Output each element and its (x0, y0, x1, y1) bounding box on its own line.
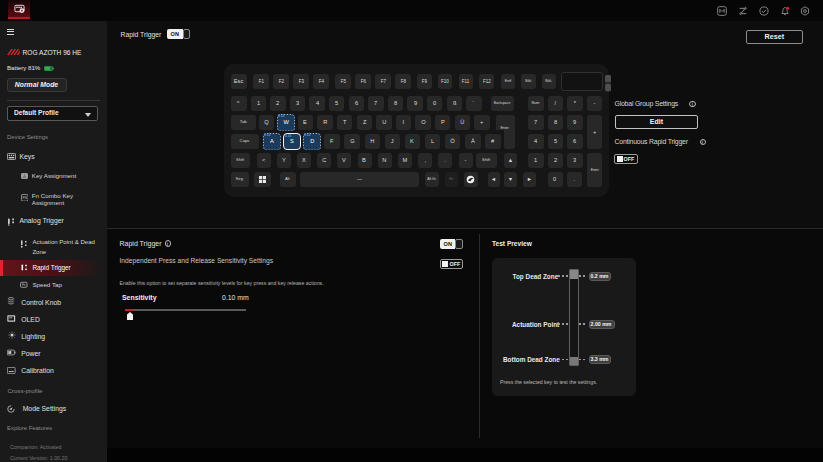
svg-text:Fn: Fn (22, 283, 26, 287)
svg-text:FN: FN (22, 196, 27, 200)
